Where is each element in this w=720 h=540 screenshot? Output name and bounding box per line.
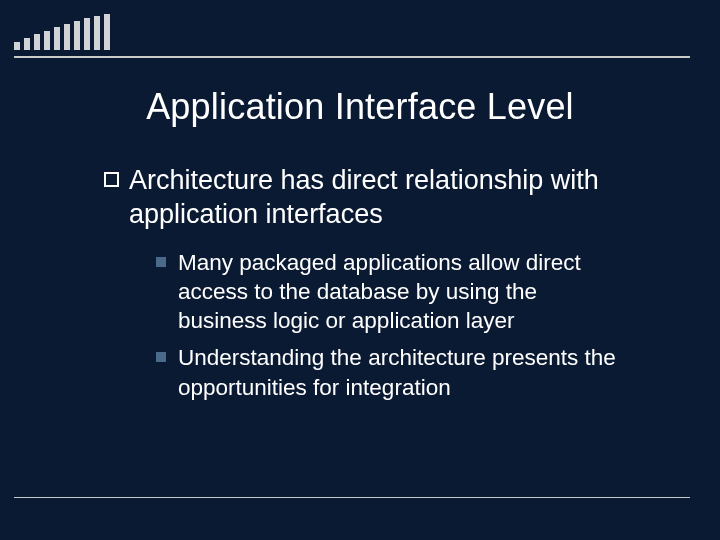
level2-list: Many packaged applications allow direct … — [156, 248, 656, 402]
list-item-level1: Architecture has direct relationship wit… — [104, 164, 656, 232]
slide-body: Architecture has direct relationship wit… — [104, 164, 656, 410]
divider-bottom — [14, 497, 690, 498]
level2-text: Understanding the architecture presents … — [178, 343, 618, 402]
filled-square-bullet-icon — [156, 352, 166, 362]
hollow-square-bullet-icon — [104, 172, 119, 187]
list-item-level2: Many packaged applications allow direct … — [156, 248, 656, 336]
filled-square-bullet-icon — [156, 257, 166, 267]
level1-text: Architecture has direct relationship wit… — [129, 164, 656, 232]
level2-text: Many packaged applications allow direct … — [178, 248, 618, 336]
slide: Application Interface Level Architecture… — [0, 0, 720, 540]
slide-title: Application Interface Level — [0, 86, 720, 128]
decorative-bars — [14, 14, 110, 50]
list-item-level2: Understanding the architecture presents … — [156, 343, 656, 402]
divider-top — [14, 56, 690, 58]
